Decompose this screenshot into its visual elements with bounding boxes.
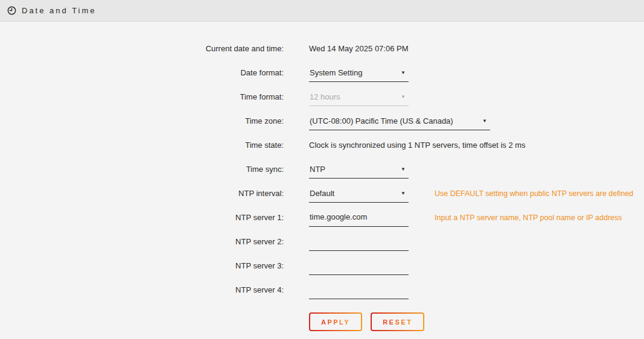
ntp-server-1-hint: Input a NTP server name, NTP pool name o… — [435, 211, 622, 223]
ntp-interval-select[interactable]: Default ▼ — [309, 186, 409, 203]
page-header: Date and Time — [0, 0, 644, 22]
time-format-select: 12 hours ▼ — [309, 90, 409, 106]
time-format-value: 12 hours — [310, 92, 340, 102]
form-row-time-sync: Time sync: NTP ▼ — [0, 162, 644, 186]
time-state-value: Clock is synchronized using 1 NTP server… — [309, 138, 526, 150]
time-zone-label: Time zone: — [0, 114, 284, 126]
date-format-select[interactable]: System Setting ▼ — [309, 66, 409, 82]
form-row-date-format: Date format: System Setting ▼ — [0, 66, 644, 90]
time-zone-select[interactable]: (UTC-08:00) Pacific Time (US & Canada) ▼ — [309, 114, 490, 130]
ntp-interval-label: NTP interval: — [0, 186, 284, 198]
ntp-interval-value: Default — [310, 189, 334, 198]
time-format-label: Time format: — [0, 90, 284, 102]
time-state-label: Time state: — [0, 138, 284, 150]
ntp-server-3-label: NTP server 3: — [0, 259, 284, 271]
ntp-server-3-input[interactable] — [309, 259, 409, 275]
form-row-time-state: Time state: Clock is synchronized using … — [0, 138, 644, 162]
date-time-form: Current date and time: Wed 14 May 2025 0… — [0, 22, 644, 331]
clock-icon — [7, 6, 16, 15]
form-row-time-format: Time format: 12 hours ▼ — [0, 90, 644, 114]
ntp-interval-hint: Use DEFAULT setting when public NTP serv… — [435, 186, 633, 198]
form-row-ntp-server-3: NTP server 3: — [0, 259, 644, 283]
ntp-server-4-input[interactable] — [309, 283, 409, 299]
time-zone-value: (UTC-08:00) Pacific Time (US & Canada) — [310, 116, 453, 126]
form-row-ntp-interval: NTP interval: Default ▼ Use DEFAULT sett… — [0, 186, 644, 211]
time-sync-select[interactable]: NTP ▼ — [309, 162, 409, 179]
form-row-ntp-server-4: NTP server 4: — [0, 283, 644, 307]
chevron-down-icon: ▼ — [401, 165, 406, 174]
ntp-server-4-label: NTP server 4: — [0, 283, 284, 295]
form-row-ntp-server-2: NTP server 2: — [0, 235, 644, 259]
time-sync-value: NTP — [310, 165, 325, 174]
form-row-time-zone: Time zone: (UTC-08:00) Pacific Time (US … — [0, 114, 644, 138]
chevron-down-icon: ▼ — [482, 116, 487, 126]
ntp-server-2-label: NTP server 2: — [0, 235, 284, 247]
ntp-server-1-input[interactable] — [309, 211, 409, 227]
chevron-down-icon: ▼ — [401, 92, 406, 102]
apply-button[interactable]: APPLY — [309, 312, 362, 331]
date-format-value: System Setting — [310, 68, 362, 78]
date-format-label: Date format: — [0, 66, 284, 78]
ntp-server-1-label: NTP server 1: — [0, 211, 284, 223]
current-datetime-value: Wed 14 May 2025 07:06 PM — [309, 42, 409, 54]
chevron-down-icon: ▼ — [401, 68, 406, 78]
chevron-down-icon: ▼ — [401, 189, 406, 198]
page-title: Date and Time — [22, 6, 97, 15]
reset-button[interactable]: RESET — [371, 312, 424, 331]
time-sync-label: Time sync: — [0, 162, 284, 174]
button-row: APPLY RESET — [309, 312, 644, 331]
ntp-server-2-input[interactable] — [309, 235, 409, 251]
form-row-ntp-server-1: NTP server 1: Input a NTP server name, N… — [0, 211, 644, 235]
current-datetime-label: Current date and time: — [0, 42, 284, 54]
form-row-current-datetime: Current date and time: Wed 14 May 2025 0… — [0, 42, 644, 66]
